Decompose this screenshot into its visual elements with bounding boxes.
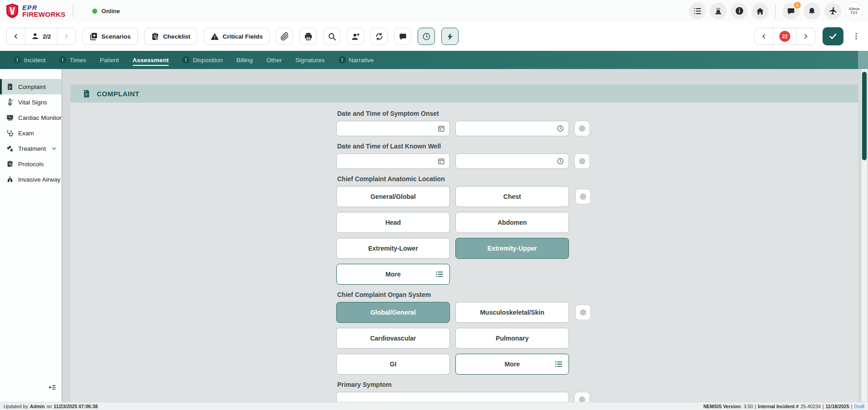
draft-status-link[interactable]: Draft — [854, 404, 864, 409]
more-label: More — [385, 271, 400, 278]
patient-count-button[interactable]: 2/2 — [25, 28, 57, 44]
scrollbar-gutter — [858, 51, 868, 69]
warning-circle-icon — [59, 56, 66, 64]
prev-validation-button[interactable] — [755, 28, 773, 44]
info-button[interactable] — [731, 3, 748, 20]
anatomic-location-na-toggle[interactable] — [575, 189, 591, 204]
tab-signatures[interactable]: Signatures — [295, 51, 325, 69]
organ-system-na-toggle[interactable] — [575, 305, 591, 320]
vertical-scrollbar[interactable] — [862, 69, 867, 402]
tab-label: Patient — [100, 57, 119, 64]
messages-button[interactable]: 1 — [783, 3, 799, 20]
option-global-general[interactable]: Global/General — [336, 302, 450, 323]
user-avatar[interactable]: Admin TST — [845, 2, 863, 20]
option-pulmonary[interactable]: Pulmonary — [455, 328, 569, 349]
collapse-sidebar-button[interactable] — [49, 384, 56, 392]
primary-symptom-label: Primary Symptom — [337, 381, 858, 388]
search-button[interactable] — [323, 28, 340, 45]
attachments-button[interactable] — [276, 28, 293, 45]
sidebar-item-complaint[interactable]: Complaint — [0, 79, 61, 94]
tab-label: Times — [70, 57, 86, 64]
last-known-well-date-input[interactable] — [336, 153, 450, 169]
checklist-button[interactable]: Checklist — [144, 28, 197, 45]
tab-label: Disposition — [193, 57, 223, 64]
scenarios-button[interactable]: Scenarios — [82, 28, 138, 45]
sidebar-item-protocols[interactable]: Protocols — [0, 156, 61, 172]
panel-title: COMPLAINT — [97, 90, 140, 98]
option-extremity-lower[interactable]: Extremity-Lower — [336, 238, 450, 259]
next-patient-button[interactable] — [57, 28, 75, 44]
primary-symptom-na-toggle[interactable] — [574, 392, 590, 402]
sidebar-item-label: Exam — [18, 130, 34, 137]
tab-label: Other — [266, 57, 282, 64]
time-tracking-toggle[interactable] — [418, 28, 435, 45]
option-head[interactable]: Head — [336, 212, 450, 233]
overflow-menu-button[interactable] — [851, 28, 862, 45]
validation-count-button[interactable]: 22 — [773, 28, 797, 44]
last-known-well-na-toggle[interactable] — [574, 153, 590, 169]
epr-shield-icon — [5, 3, 19, 19]
separator: | — [851, 404, 853, 409]
patient-count: 2/2 — [43, 33, 51, 40]
sidebar-item-cardiac-monitor[interactable]: Cardiac Monitor — [0, 110, 61, 125]
comments-button[interactable] — [394, 28, 411, 45]
warning-circle-icon — [14, 56, 21, 64]
tab-assessment[interactable]: Assessment — [133, 51, 169, 69]
option-extremity-upper[interactable]: Extremity-Upper — [455, 238, 569, 259]
quick-actions-toggle[interactable] — [441, 28, 459, 45]
home-button[interactable] — [752, 3, 768, 20]
tab-incident[interactable]: Incident — [14, 51, 45, 69]
option-cardiovascular[interactable]: Cardiovascular — [336, 328, 450, 349]
tab-billing[interactable]: Billing — [236, 51, 253, 69]
notifications-button[interactable] — [803, 3, 820, 20]
app-logo[interactable]: EPR FIREWORKS — [5, 3, 65, 19]
organ-more-button[interactable]: More — [455, 354, 569, 375]
siren-button[interactable] — [710, 3, 727, 20]
confirm-button[interactable] — [823, 27, 843, 45]
printer-icon — [304, 32, 313, 41]
sidebar-item-treatment[interactable]: Treatment — [0, 141, 61, 156]
complaint-section-icon — [82, 89, 91, 98]
last-known-well-time-input[interactable] — [455, 153, 569, 169]
sidebar-item-invasive-airway[interactable]: Invasive Airway — [0, 172, 61, 187]
tab-times[interactable]: Times — [59, 51, 86, 69]
menu-list-button[interactable] — [689, 3, 706, 20]
option-chest[interactable]: Chest — [455, 186, 569, 207]
option-abdomen[interactable]: Abdomen — [455, 212, 569, 233]
next-validation-button[interactable] — [797, 28, 815, 44]
complaint-panel: COMPLAINT Date and Time of Symptom Onset… — [70, 84, 858, 402]
print-button[interactable] — [299, 28, 317, 45]
thermometer-icon — [6, 99, 14, 106]
na-dot-icon — [580, 309, 586, 316]
symptom-onset-na-toggle[interactable] — [574, 121, 590, 136]
tab-patient[interactable]: Patient — [100, 51, 119, 69]
option-gi[interactable]: GI — [336, 354, 450, 375]
sidebar-item-exam[interactable]: Exam — [0, 125, 61, 141]
nemsis-value: 3.50 — [743, 404, 753, 409]
info-icon — [735, 6, 744, 15]
option-musculoskeletal-skin[interactable]: Musculoskeletal/Skin — [455, 302, 569, 323]
calendar-icon — [438, 158, 445, 165]
flight-mode-button[interactable] — [824, 3, 841, 20]
tab-other[interactable]: Other — [266, 51, 282, 69]
sync-button[interactable] — [370, 28, 388, 45]
avatar-line2: TST — [850, 11, 858, 15]
tab-label: Assessment — [133, 57, 169, 66]
tab-narrative[interactable]: Narrative — [339, 51, 374, 69]
sidebar-item-vital-signs[interactable]: Vital Signs — [0, 94, 61, 110]
stethoscope-icon — [6, 129, 14, 137]
critical-fields-button[interactable]: Critical Fields — [204, 28, 270, 45]
scrollbar-thumb[interactable] — [862, 72, 867, 160]
option-general-global[interactable]: General/Global — [336, 186, 450, 207]
symptom-onset-time-input[interactable] — [455, 121, 569, 136]
prev-patient-button[interactable] — [7, 28, 25, 44]
tab-disposition[interactable]: Disposition — [182, 51, 223, 69]
airplane-icon — [828, 6, 838, 16]
checklist-icon — [151, 32, 160, 41]
online-label: Online — [101, 8, 120, 15]
primary-symptom-input[interactable] — [336, 392, 569, 402]
symptom-onset-date-input[interactable] — [336, 121, 450, 136]
add-crew-button[interactable] — [347, 28, 364, 45]
chat-icon — [787, 7, 795, 15]
anatomic-more-button[interactable]: More — [336, 264, 450, 285]
